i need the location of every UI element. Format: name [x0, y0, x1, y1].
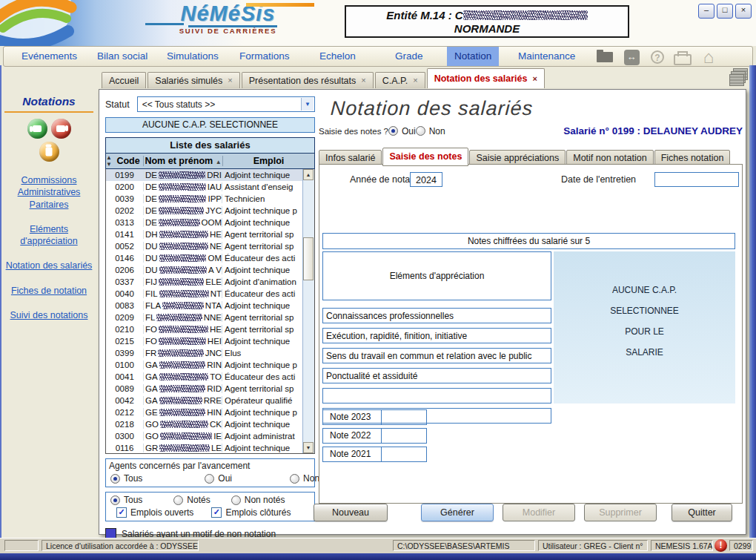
checkbox-emplois-ouverts[interactable]: ✓Emplois ouverts: [116, 507, 193, 518]
radio-tous[interactable]: [110, 495, 120, 505]
menu-item-maintenance[interactable]: Maintenance: [511, 47, 583, 66]
table-row[interactable]: 0041GATOÉducateur des acti: [106, 371, 303, 383]
scroll-down-button[interactable]: ▼: [303, 442, 314, 453]
column-emploi[interactable]: Emploi: [222, 156, 314, 166]
sort-icon[interactable]: ▲▼: [106, 154, 113, 168]
subtab-saisie-des-notes[interactable]: Saisie des notes: [382, 148, 468, 166]
checkbox-icon[interactable]: ✓: [116, 507, 127, 518]
remote-access-icon[interactable]: ↔: [620, 49, 643, 65]
checkbox-emplois-cl-tur-s[interactable]: ✓Emplois clôturés: [211, 507, 291, 518]
avancement-option-oui[interactable]: Oui: [205, 473, 232, 484]
print-list-icon[interactable]: [729, 68, 747, 86]
radio-not-s[interactable]: [173, 495, 183, 505]
radio-oui[interactable]: [388, 126, 398, 136]
scroll-thumb[interactable]: [303, 237, 314, 280]
table-row[interactable]: 0200DEIAUAssistant d'enseig: [106, 181, 303, 193]
table-row[interactable]: 0215FOHEIAdjoint technique: [106, 335, 303, 347]
table-row[interactable]: 0039DEIPPTechnicien: [106, 193, 303, 205]
table-row[interactable]: 0218GOCKAdjoint technique: [106, 418, 303, 430]
nouveau-button[interactable]: Nouveau: [314, 504, 388, 521]
menu-item-bilan-social[interactable]: Bilan social: [90, 47, 155, 66]
tab-close-icon[interactable]: ×: [361, 76, 365, 85]
dropdown-arrow-icon[interactable]: ▼: [301, 98, 314, 111]
tab-pr-sentation-des-r-sultats[interactable]: Présentation des résultats×: [242, 72, 374, 88]
table-row[interactable]: 0042GARREOpérateur qualifié: [106, 395, 303, 406]
help-icon[interactable]: ?: [646, 49, 669, 65]
menu-item-notation[interactable]: Notation: [447, 47, 499, 66]
tab-notation-des-salari-s[interactable]: Notation des salariés×: [427, 68, 545, 88]
table-row[interactable]: 0202DEJYCAdjoint technique p: [106, 205, 303, 217]
note-year-value[interactable]: [382, 447, 426, 461]
table-row[interactable]: 0089GARIDAgent territorial sp: [106, 383, 303, 395]
table-row[interactable]: 0199DEDRIAdjoint technique: [106, 169, 303, 181]
menu-item-echelon[interactable]: Echelon: [312, 47, 363, 66]
cell-name: GARIN: [143, 360, 222, 369]
table-row[interactable]: 0212GEHINAdjoint technique p: [106, 406, 303, 418]
menu-item-formations[interactable]: Formations: [232, 47, 297, 66]
note-filter-option-non-not-s[interactable]: Non notés: [231, 495, 285, 505]
thumbs-down-icon: [51, 119, 71, 139]
table-row[interactable]: 0141DHHEAgent territorial sp: [106, 228, 303, 240]
note-filter-option-not-s[interactable]: Notés: [173, 495, 210, 505]
column-name[interactable]: Nom et prénom ▲: [143, 156, 222, 166]
avancement-option-tous[interactable]: Tous: [110, 473, 142, 484]
menu-item-simulations[interactable]: Simulations: [159, 47, 226, 66]
table-row[interactable]: 0100GARINAdjoint technique p: [106, 359, 303, 371]
g-n-rer-button[interactable]: Générer: [421, 504, 494, 521]
sidebar-link-notation-des-salari-s[interactable]: Notation des salariés: [3, 260, 95, 271]
quitter-button[interactable]: Quitter: [672, 504, 732, 521]
radio-oui[interactable]: [205, 474, 214, 484]
radio-non-not-s[interactable]: [231, 495, 241, 505]
home-icon[interactable]: ⌂: [697, 49, 720, 65]
cell-code: 0116: [106, 444, 143, 452]
column-code[interactable]: Code: [113, 156, 143, 166]
table-row[interactable]: 0206DUA VAdjoint technique: [106, 264, 303, 276]
minimize-button[interactable]: –: [698, 4, 714, 19]
print-icon[interactable]: [672, 49, 694, 65]
menu-item-ev-nements[interactable]: Evénements: [14, 47, 84, 66]
note-year-value[interactable]: [382, 429, 426, 443]
menu-item-grade[interactable]: Grade: [388, 47, 431, 66]
scroll-up-button[interactable]: ▲: [303, 169, 314, 180]
table-row[interactable]: 0083FLANTAAdjoint technique: [106, 300, 303, 312]
tab-close-icon[interactable]: ×: [228, 76, 232, 85]
tab-close-icon[interactable]: ×: [413, 76, 417, 85]
annee-value[interactable]: 2024: [410, 172, 442, 187]
sidebar-link-suivi-des-notations[interactable]: Suivi des notations: [3, 309, 95, 321]
sidebar-link-commissions-administratives-paritaires[interactable]: Commissions Administratives Paritaires: [3, 174, 95, 211]
table-row[interactable]: 0040FILNTÉducateur des acti: [106, 288, 303, 300]
tab-c-a-p[interactable]: C.A.P.×: [375, 72, 425, 88]
table-row[interactable]: 0052DUNEAgent territorial sp: [106, 240, 303, 252]
maximize-button[interactable]: □: [717, 4, 733, 19]
sidebar-link-fiches-de-notation[interactable]: Fiches de notation: [3, 285, 95, 297]
table-row[interactable]: 0313DEOOMAdjoint technique: [106, 217, 303, 228]
date-input[interactable]: [654, 172, 739, 187]
thumbs-up-icon: [27, 119, 47, 139]
table-row[interactable]: 0337FIJELEAdjoint d'animation: [106, 276, 303, 288]
radio-non[interactable]: [290, 474, 299, 484]
close-button[interactable]: ×: [735, 4, 752, 19]
table-row[interactable]: 0209FLNNEAgent territorial sp: [106, 312, 303, 323]
note-year-value[interactable]: [382, 410, 426, 424]
saisie-option-non[interactable]: Non: [416, 126, 445, 136]
table-row[interactable]: 0210FOHEAgent territorial sp: [106, 323, 303, 335]
top-banner: NéMéSis SUIVI DE CARRIÈRES Entité M.14 :…: [0, 0, 756, 46]
folder-icon[interactable]: [594, 49, 616, 65]
tab-salari-s-simul-s[interactable]: Salariés simulés×: [147, 72, 239, 88]
table-row[interactable]: 0146DUOMÉducateur des acti: [106, 252, 303, 264]
sidebar-link-el-ments-d-appr-ciation[interactable]: Eléments d'appréciation: [3, 223, 95, 248]
list-scrollbar[interactable]: ▲ ▼: [302, 169, 314, 453]
tab-accueil[interactable]: Accueil: [102, 72, 146, 88]
table-row[interactable]: 0300GOIEAdjoint administrat: [106, 430, 303, 442]
avancement-option-non[interactable]: Non: [290, 473, 319, 484]
statut-select[interactable]: << Tous statuts >> ▼: [137, 96, 315, 112]
table-row[interactable]: 0116GRLEAdjoint technique: [106, 442, 303, 454]
note-filter-option-tous[interactable]: Tous: [110, 495, 142, 505]
tab-close-icon[interactable]: ×: [532, 75, 537, 83]
radio-non[interactable]: [416, 126, 425, 136]
checkbox-icon[interactable]: ✓: [211, 507, 222, 518]
saisie-option-oui[interactable]: Oui: [388, 126, 416, 136]
radio-tous[interactable]: [110, 474, 120, 484]
table-row[interactable]: 0399FRJNCElus: [106, 347, 303, 359]
cell-name: DEJYC: [143, 206, 222, 215]
